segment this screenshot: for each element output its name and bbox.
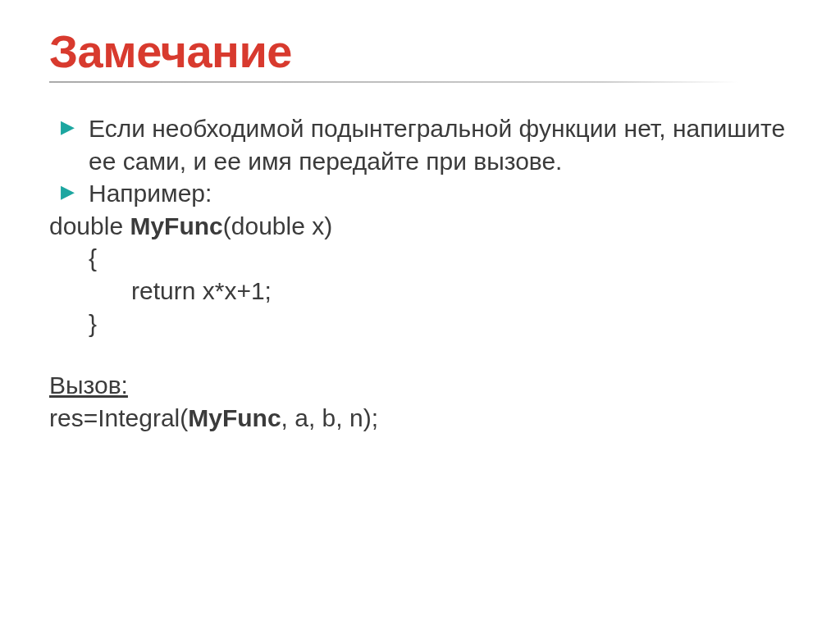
code-line-4: } xyxy=(49,308,799,340)
code-line-1: double MyFunc(double x) xyxy=(49,210,799,243)
call-label: Вызов: xyxy=(49,369,799,402)
code-line-2: { xyxy=(49,242,799,275)
title-underline xyxy=(49,81,738,83)
bullet-item-2: ▶ Например: xyxy=(49,177,799,210)
code-func-name: MyFunc xyxy=(130,212,222,239)
bullet-icon: ▶ xyxy=(49,177,89,207)
call-text: , a, b, n); xyxy=(281,404,378,431)
slide-title: Замечание xyxy=(49,25,799,78)
code-line-3: return x*x+1; xyxy=(49,275,799,308)
code-text: double xyxy=(49,212,130,239)
bullet-item-1: ▶ Если необходимой подынтегральной функц… xyxy=(49,112,799,177)
bullet-2-text: Например: xyxy=(89,177,799,210)
call-line: res=Integral(MyFunc, a, b, n); xyxy=(49,402,799,435)
call-func-name: MyFunc xyxy=(188,404,281,431)
slide: Замечание ▶ Если необходимой подынтеграл… xyxy=(0,0,840,629)
call-text: res=Integral( xyxy=(49,404,188,431)
bullet-1-text: Если необходимой подынтегральной функции… xyxy=(89,112,799,177)
code-text: (double x) xyxy=(223,212,332,239)
spacer xyxy=(49,340,799,369)
bullet-icon: ▶ xyxy=(49,112,89,142)
